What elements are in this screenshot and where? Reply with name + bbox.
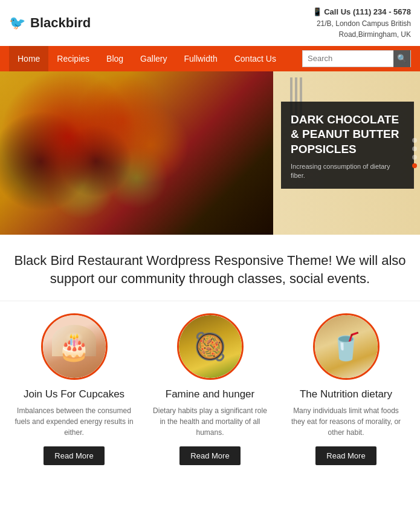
phone-number: 📱 Call Us (111) 234 - 5678	[312, 6, 411, 18]
contact-info: 📱 Call Us (111) 234 - 5678 21/B, London …	[312, 6, 411, 40]
tagline-section: Black Bird Restaurant Wordpress Responsi…	[0, 235, 420, 302]
logo-text: Blackbird	[30, 15, 91, 31]
search-box: 🔍	[302, 50, 411, 67]
nav-home[interactable]: Home	[9, 46, 48, 71]
card-cupcakes-read-more[interactable]: Read More	[44, 446, 104, 465]
nav-blog[interactable]: Blog	[98, 46, 132, 71]
card-famine-read-more[interactable]: Read More	[179, 446, 240, 465]
food-overlay	[0, 71, 273, 235]
card-nutrition-image	[315, 315, 378, 378]
card-famine-desc: Dietary habits play a significant role i…	[150, 405, 270, 438]
hero-text-box: DARK CHOCOLATE & PEANUT BUTTER POPSICLES…	[281, 102, 414, 189]
card-cupcakes-image-wrap	[41, 313, 108, 380]
card-nutrition-image-wrap	[313, 313, 380, 380]
address-line1: 21/B, London Campus British	[312, 18, 411, 29]
card-famine-image	[179, 315, 242, 378]
card-cupcakes: Join Us For Cupcakes Imbalances between …	[9, 313, 139, 471]
card-nutrition-read-more[interactable]: Read More	[315, 446, 376, 465]
card-cupcakes-desc: Imbalances between the consumed fuels an…	[14, 405, 134, 438]
dot-3[interactable]	[412, 155, 417, 160]
card-cupcakes-image	[43, 315, 106, 378]
cards-section: Join Us For Cupcakes Imbalances between …	[0, 301, 420, 483]
search-button[interactable]: 🔍	[393, 50, 410, 67]
nav-contact-us[interactable]: Contact Us	[226, 46, 285, 71]
card-cupcakes-title: Join Us For Cupcakes	[24, 388, 124, 400]
search-input[interactable]	[303, 51, 393, 67]
card-nutrition-title: The Nutrition dietary	[300, 388, 392, 400]
tagline-text: Black Bird Restaurant Wordpress Responsi…	[9, 252, 411, 289]
hero-banner: DARK CHOCOLATE & PEANUT BUTTER POPSICLES…	[0, 71, 420, 235]
card-famine-title: Famine and hunger	[166, 388, 254, 400]
hero-title: DARK CHOCOLATE & PEANUT BUTTER POPSICLES	[291, 113, 404, 157]
bird-icon: 🐦	[9, 15, 25, 31]
slider-dots	[412, 138, 420, 168]
main-nav: Home Recipies Blog Gallery Fullwidth Con…	[0, 46, 420, 71]
phone-icon: 📱	[312, 7, 322, 16]
nav-recipies[interactable]: Recipies	[48, 46, 98, 71]
hero-subtitle: Increasing consumption of dietary fiber.	[291, 162, 404, 181]
cards-row: Join Us For Cupcakes Imbalances between …	[9, 313, 411, 471]
nav-links: Home Recipies Blog Gallery Fullwidth Con…	[9, 46, 302, 71]
dot-1[interactable]	[412, 138, 417, 143]
nav-gallery[interactable]: Gallery	[132, 46, 175, 71]
dot-2[interactable]	[412, 146, 417, 151]
nav-fullwidth[interactable]: Fullwidth	[175, 46, 225, 71]
header: 🐦 Blackbird 📱 Call Us (111) 234 - 5678 2…	[0, 0, 420, 46]
card-famine: Famine and hunger Dietary habits play a …	[145, 313, 275, 471]
card-nutrition: The Nutrition dietary Many individuals l…	[281, 313, 411, 471]
dot-4[interactable]	[412, 163, 417, 168]
card-nutrition-desc: Many individuals limit what foods they e…	[286, 405, 406, 438]
logo[interactable]: 🐦 Blackbird	[9, 15, 91, 31]
card-famine-image-wrap	[177, 313, 244, 380]
address-line2: Road,Birmingham, UK	[312, 29, 411, 40]
